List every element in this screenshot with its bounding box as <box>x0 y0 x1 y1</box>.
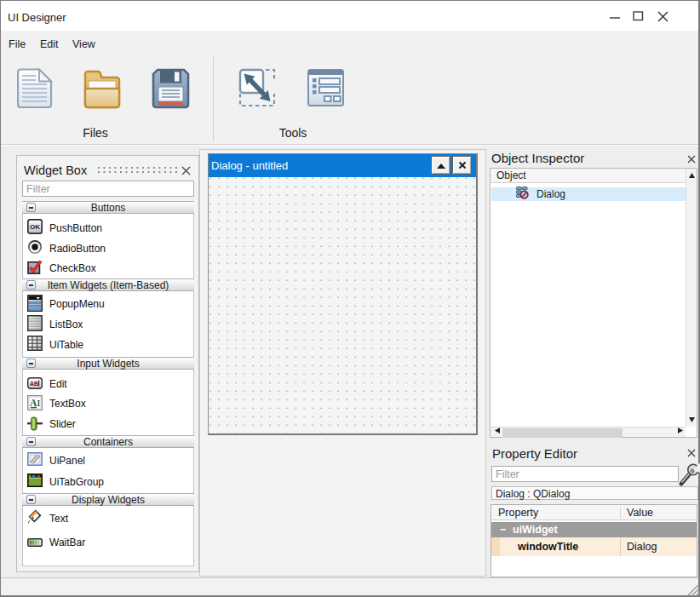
svg-text:A: A <box>30 397 37 409</box>
svg-text:I: I <box>37 398 41 408</box>
svg-text:AB: AB <box>30 381 38 387</box>
svg-text:OK: OK <box>30 223 40 231</box>
